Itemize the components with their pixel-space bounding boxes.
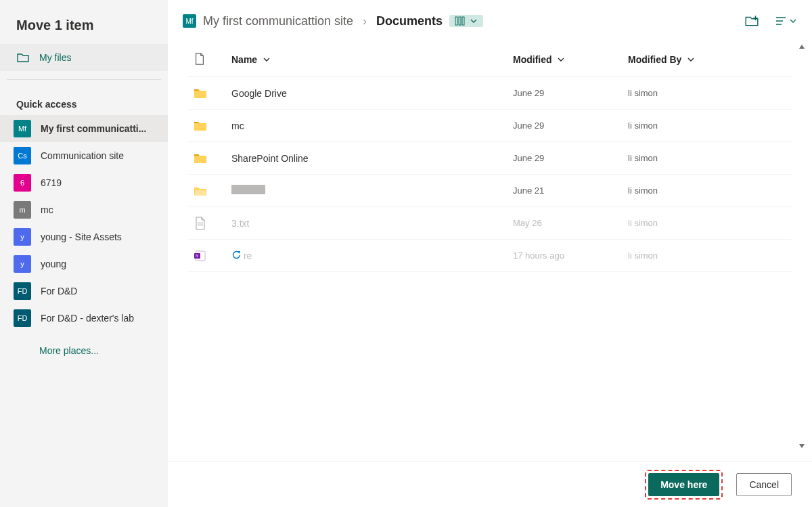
sidebar-item-label: For D&D — [41, 286, 77, 296]
nav-my-files[interactable]: My files — [0, 44, 168, 71]
site-badge-icon: Mf — [183, 14, 196, 28]
site-badge-icon: 6 — [14, 174, 31, 192]
folder-outline-icon — [16, 51, 30, 64]
row-modified-by: li simon — [623, 175, 792, 207]
cancel-button[interactable]: Cancel — [736, 473, 792, 496]
row-modified: June 29 — [508, 110, 623, 142]
site-badge-icon: FD — [14, 309, 31, 327]
new-folder-button[interactable] — [744, 14, 759, 28]
site-badge-icon: Cs — [14, 147, 31, 164]
col-name-label: Name — [231, 54, 257, 65]
row-name: SharePoint Online — [226, 142, 508, 175]
sidebar-item-label: 6719 — [41, 177, 62, 188]
breadcrumb-site[interactable]: My first communicattion site — [203, 14, 353, 28]
sidebar-item[interactable]: mmc — [0, 196, 168, 223]
sidebar-item[interactable]: MfMy first communicatti... — [0, 115, 168, 142]
table-row: 3.txtMay 26li simon — [188, 207, 792, 240]
row-type-icon — [188, 240, 226, 272]
row-type-icon — [188, 207, 226, 240]
sidebar-item[interactable]: CsCommunication site — [0, 142, 168, 169]
file-table-wrap: Name Modified Modified By Google DriveJu… — [168, 43, 812, 461]
row-modified-by: li simon — [623, 142, 792, 175]
panel-title: Move 1 item — [0, 0, 168, 41]
file-table: Name Modified Modified By Google DriveJu… — [188, 43, 792, 272]
row-name — [226, 175, 508, 207]
sidebar-item[interactable]: FDFor D&D — [0, 278, 168, 305]
col-modified-label: Modified — [513, 54, 552, 65]
row-type-icon — [188, 110, 226, 142]
columns-icon — [455, 16, 466, 26]
sidebar-item-label: My first communicatti... — [41, 123, 146, 134]
scrollbar-up-icon[interactable] — [797, 45, 807, 54]
sidebar-item-label: For D&D - dexter's lab — [41, 313, 134, 324]
quick-access-heading: Quick access — [0, 80, 168, 115]
chevron-down-icon — [263, 55, 271, 66]
more-places-link[interactable]: More places... — [0, 332, 168, 356]
table-row[interactable]: Google DriveJune 29li simon — [188, 77, 792, 110]
row-modified-by: li simon — [623, 240, 792, 272]
sidebar-item-label: mc — [41, 204, 53, 215]
row-name: 3.txt — [226, 207, 508, 240]
tutorial-highlight: Move here — [645, 470, 723, 500]
sidebar-item-label: Communication site — [41, 150, 124, 161]
site-badge-icon: FD — [14, 282, 31, 300]
table-row[interactable]: SharePoint OnlineJune 29li simon — [188, 142, 792, 175]
site-badge-icon: Mf — [14, 120, 31, 137]
site-badge-icon: y — [14, 228, 31, 246]
breadcrumb-separator-icon: › — [360, 14, 369, 28]
sidebar-item-label: young - Site Assets — [41, 232, 122, 242]
sidebar-item[interactable]: 66719 — [0, 169, 168, 196]
chevron-down-icon — [789, 17, 797, 25]
row-modified-by: li simon — [623, 110, 792, 142]
row-modified: 17 hours ago — [508, 240, 623, 272]
col-modified[interactable]: Modified — [508, 43, 623, 77]
breadcrumb-bar: Mf My first communicattion site › Docume… — [168, 0, 812, 43]
sidebar-item[interactable]: yyoung — [0, 250, 168, 278]
row-type-icon — [188, 77, 226, 110]
scrollbar-down-icon[interactable] — [797, 444, 807, 454]
site-badge-icon: y — [14, 255, 31, 273]
row-modified: June 21 — [508, 175, 623, 207]
row-modified-by: li simon — [623, 77, 792, 110]
sort-menu-button[interactable] — [774, 14, 797, 28]
chevron-down-icon — [557, 55, 565, 66]
table-row: re17 hours agoli simon — [188, 240, 792, 272]
row-modified: June 29 — [508, 77, 623, 110]
row-modified-by: li simon — [623, 207, 792, 240]
sidebar-item-label: young — [41, 259, 66, 269]
col-modified-by-label: Modified By — [628, 54, 681, 65]
nav-my-files-label: My files — [39, 52, 71, 63]
row-name: re — [226, 240, 508, 272]
redacted-name — [231, 185, 265, 194]
main-panel: Mf My first communicattion site › Docume… — [168, 0, 812, 461]
row-type-icon — [188, 142, 226, 175]
row-modified: May 26 — [508, 207, 623, 240]
move-here-button[interactable]: Move here — [648, 473, 719, 496]
site-badge-icon: m — [14, 201, 31, 219]
col-name[interactable]: Name — [226, 43, 508, 77]
row-name: Google Drive — [226, 77, 508, 110]
sidebar-item[interactable]: FDFor D&D - dexter's lab — [0, 305, 168, 332]
row-name: mc — [226, 110, 508, 142]
col-modified-by[interactable]: Modified By — [623, 43, 792, 77]
footer: Move here Cancel — [168, 461, 812, 507]
chevron-down-icon — [687, 55, 695, 66]
row-type-icon — [188, 175, 226, 207]
sidebar-item[interactable]: yyoung - Site Assets — [0, 223, 168, 250]
col-type[interactable] — [188, 43, 226, 77]
breadcrumb-current[interactable]: Documents — [376, 14, 443, 28]
table-row[interactable]: June 21li simon — [188, 175, 792, 207]
view-chip[interactable] — [449, 15, 483, 27]
chevron-down-icon — [470, 17, 478, 25]
sync-icon — [231, 250, 241, 259]
row-modified: June 29 — [508, 142, 623, 175]
sidebar: Move 1 item My files Quick access MfMy f… — [0, 0, 168, 507]
table-row[interactable]: mcJune 29li simon — [188, 110, 792, 142]
